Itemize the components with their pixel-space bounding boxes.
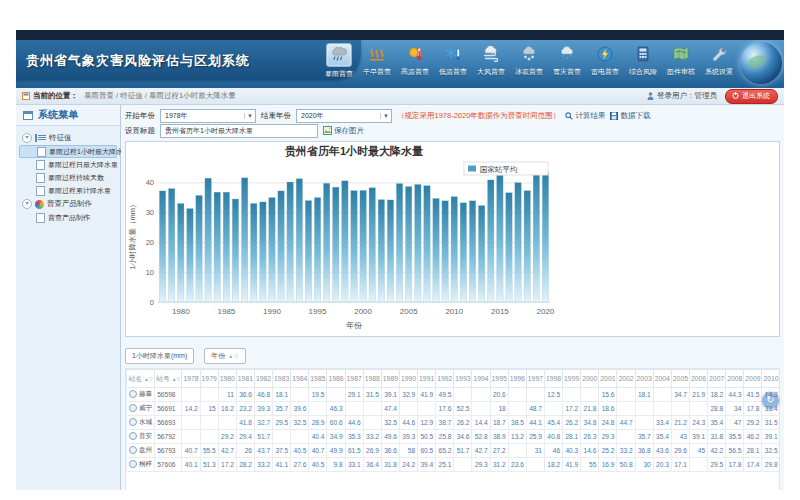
col-header-站号[interactable]: 站号 ▲▽	[155, 370, 182, 388]
nav-item-干旱普查[interactable]: 干旱普查	[358, 43, 396, 85]
tree-leaf-普查产品制作[interactable]: 普查产品制作	[19, 211, 117, 224]
row-expand-icon[interactable]	[129, 390, 137, 398]
col-header-year[interactable]: 1994	[472, 370, 490, 388]
col-header-year[interactable]: 2007	[708, 370, 726, 388]
tree-leaf-暴雨过程日最大降水量[interactable]: 暴雨过程日最大降水量	[19, 158, 117, 171]
table-row[interactable]: 普安5679229.229.451.740.434.935.333.249.63…	[127, 430, 781, 444]
col-header-year[interactable]: 2009	[744, 370, 762, 388]
end-year-select[interactable]: 2020年▼	[296, 109, 392, 123]
col-header-year[interactable]: 2001	[599, 370, 617, 388]
precip-value: 14.6	[581, 444, 599, 458]
precip-value: 29.4	[236, 430, 254, 444]
row-expand-icon[interactable]	[129, 418, 137, 426]
row-expand-icon[interactable]	[129, 460, 137, 468]
expand-icon[interactable]: ▾	[22, 199, 32, 209]
col-header-year[interactable]: 2003	[635, 370, 653, 388]
col-header-year[interactable]: 2005	[671, 370, 689, 388]
precip-value: 60.6	[327, 416, 345, 430]
precip-value: 13.2	[508, 430, 526, 444]
filter-chip-1小时降水量(mm)[interactable]: 1小时降水量(mm)	[125, 348, 194, 364]
nav-item-雷电普查[interactable]: 雷电普查	[586, 43, 624, 85]
col-header-year[interactable]: 1990	[399, 370, 417, 388]
col-header-year[interactable]: 1982	[254, 370, 272, 388]
tree-leaf-label: 普查产品制作	[48, 213, 90, 223]
app-header: 贵州省气象灾害风险评估与区划系统 暴雨普查干旱普查高温普查低温普查大风普查冰雹普…	[16, 40, 784, 88]
col-header-站名[interactable]: 站名 ▲▽	[127, 370, 155, 388]
col-header-year[interactable]: 1979	[200, 370, 218, 388]
chart-title-input[interactable]: 贵州省历年1小时最大降水量	[160, 124, 318, 138]
col-header-year[interactable]: 1984	[291, 370, 309, 388]
col-header-year[interactable]: 1998	[544, 370, 562, 388]
calculate-button[interactable]: 计算结果	[565, 111, 605, 121]
precip-value: 26.9	[363, 444, 381, 458]
col-header-year[interactable]: 1989	[381, 370, 399, 388]
nav-item-暴雨普查[interactable]: 暴雨普查	[320, 43, 358, 85]
row-expand-icon[interactable]	[129, 446, 137, 454]
col-header-year[interactable]: 1996	[508, 370, 526, 388]
table-row[interactable]: 赫章565981136.646.818.119.529.131.539.132.…	[127, 388, 781, 402]
nav-item-低温普查[interactable]: 低温普查	[434, 43, 472, 85]
col-header-year[interactable]: 1983	[273, 370, 291, 388]
download-button[interactable]: 数据下载	[610, 111, 650, 121]
tree-leaf-暴雨过程累计降水量[interactable]: 暴雨过程累计降水量	[19, 184, 117, 197]
nav-item-图件审核[interactable]: 图件审核	[662, 43, 700, 85]
col-header-year[interactable]: 1991	[418, 370, 436, 388]
logout-button[interactable]: 退出系统	[725, 89, 778, 104]
col-header-year[interactable]: 1999	[563, 370, 581, 388]
sort-icon[interactable]: ▲▽	[172, 376, 181, 382]
col-header-year[interactable]: 2010	[762, 370, 780, 388]
col-header-year[interactable]: 1980	[218, 370, 236, 388]
col-header-year[interactable]: 2006	[689, 370, 707, 388]
precip-value: 33.2	[617, 444, 635, 458]
refresh-fab-button[interactable]: ↻	[762, 392, 779, 409]
precip-value: 19.5	[309, 388, 327, 402]
precip-value: 42.7	[218, 444, 236, 458]
table-row[interactable]: 水城5669341.832.729.532.528.960.644.632.54…	[127, 416, 781, 430]
precip-value	[617, 430, 635, 444]
tree-leaf-暴雨过程持续天数[interactable]: 暴雨过程持续天数	[19, 171, 117, 184]
table-row[interactable]: 威宁5669114.21516.223.239.335.739.646.347.…	[127, 402, 781, 416]
lightning-icon	[593, 43, 617, 65]
col-header-year[interactable]: 1988	[363, 370, 381, 388]
col-header-year[interactable]: 1993	[454, 370, 472, 388]
hail-icon	[517, 43, 541, 65]
tree-leaf-label: 暴雨过程1小时最大降水量	[49, 147, 130, 157]
nav-item-冰雹普查[interactable]: 冰雹普查	[510, 43, 548, 85]
nav-item-综合风险[interactable]: 综合风险	[624, 43, 662, 85]
nav-item-系统设置[interactable]: 系统设置	[700, 43, 738, 85]
sort-icon[interactable]: ▲▽	[144, 376, 153, 382]
row-expand-icon[interactable]	[129, 404, 137, 412]
tree-group-普查产品制作[interactable]: ▾普查产品制作	[19, 197, 117, 211]
col-header-year[interactable]: 1985	[309, 370, 327, 388]
col-header-year[interactable]: 1986	[327, 370, 345, 388]
expand-icon[interactable]: ▾	[22, 133, 32, 143]
col-header-year[interactable]: 1987	[345, 370, 363, 388]
sort-icon[interactable]: ▲▽	[228, 353, 239, 359]
nav-item-高温普查[interactable]: 高温普查	[396, 43, 434, 85]
col-header-year[interactable]: 2008	[726, 370, 744, 388]
col-header-year[interactable]: 2000	[581, 370, 599, 388]
precip-value	[182, 388, 200, 402]
row-expand-icon[interactable]	[129, 432, 137, 440]
breadcrumb[interactable]: 暴雨普查 / 特征值 / 暴雨过程1小时最大降水量	[84, 91, 236, 101]
col-header-year[interactable]: 1978	[182, 370, 200, 388]
col-header-year[interactable]: 1992	[436, 370, 454, 388]
precip-value	[327, 388, 345, 402]
svg-text:10: 10	[146, 268, 154, 277]
nav-item-雪灾普查[interactable]: ***雪灾普查	[548, 43, 586, 85]
start-year-select[interactable]: 1978年▼	[160, 109, 256, 123]
tree-leaf-暴雨过程1小时最大降水量[interactable]: 暴雨过程1小时最大降水量	[19, 145, 117, 158]
precip-value: 49.6	[381, 430, 399, 444]
nav-item-大风普查[interactable]: 大风普查	[472, 43, 510, 85]
col-header-year[interactable]: 2002	[617, 370, 635, 388]
table-row[interactable]: 盘州5679340.755.542.72643.737.540.540.749.…	[127, 444, 781, 458]
filter-chip-年份[interactable]: 年份▲▽	[204, 348, 246, 364]
col-header-year[interactable]: 1995	[490, 370, 508, 388]
save-image-button[interactable]: 保存图片	[323, 126, 364, 136]
col-header-year[interactable]: 1981	[236, 370, 254, 388]
precip-value	[472, 402, 490, 416]
tree-group-特征值[interactable]: ▾特征值	[19, 131, 117, 145]
col-header-year[interactable]: 1997	[526, 370, 544, 388]
col-header-year[interactable]: 2004	[653, 370, 671, 388]
table-row[interactable]: 桐梓5760640.151.317.228.233.241.127.640.59…	[127, 458, 781, 472]
